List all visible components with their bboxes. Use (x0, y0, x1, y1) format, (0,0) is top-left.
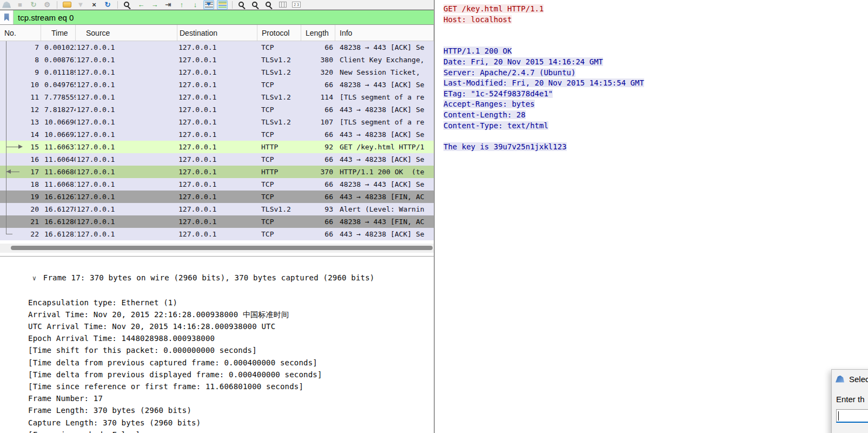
scrollbar-thumb[interactable] (11, 246, 433, 250)
file-open-icon[interactable] (62, 1, 72, 9)
expand-chevron-icon[interactable]: ∨ (32, 272, 43, 284)
packet-row-9[interactable]: 90.011189127.0.0.1127.0.0.1TLSv1.2320New… (0, 66, 434, 78)
frame-detail-row[interactable]: [Time delta from previous displayed fram… (0, 369, 434, 380)
packet-row-22[interactable]: 2216.612810127.0.0.1127.0.0.1TCP66443 → … (0, 228, 434, 240)
frame-detail-row[interactable]: [Time delta from previous captured frame… (0, 357, 434, 369)
column-header-info[interactable]: Info (335, 25, 434, 41)
stream-line-text: Content-Length: 28 (443, 110, 526, 119)
stream-line: Content-Length: 28 (443, 110, 868, 121)
stream-line (443, 131, 868, 142)
packet-row-13[interactable]: 1310.066900127.0.0.1127.0.0.1TLSv1.2107[… (0, 116, 434, 128)
cell-no: 11 (14, 93, 41, 101)
cell-src: 127.0.0.1 (76, 230, 177, 238)
go-forward-icon[interactable]: → (150, 1, 160, 9)
toolbar-separator (232, 1, 233, 9)
column-header-source[interactable]: Source (76, 25, 177, 41)
cell-proto: TLSv1.2 (257, 68, 301, 76)
filter-bookmark-button[interactable] (0, 10, 14, 24)
resize-columns-icon[interactable] (278, 1, 288, 9)
frame-detail-row[interactable]: Encapsulation type: Ethernet (1) (0, 297, 434, 309)
cell-dst: 127.0.0.1 (177, 68, 257, 76)
dialog-title-bar[interactable]: Selec (832, 370, 868, 388)
cell-dst: 127.0.0.1 (177, 118, 257, 126)
cell-len: 66 (301, 81, 335, 89)
follow-stream-panel: GET /key.html HTTP/1.1Host: localhost HT… (436, 0, 868, 433)
column-header-destination[interactable]: Destination (177, 25, 257, 41)
cell-proto: HTTP (257, 168, 301, 176)
stream-line-text: Host: localhost (443, 15, 512, 24)
frame-detail-row[interactable]: [Frame is marked: False] (0, 429, 434, 433)
stream-line-text: Date: Fri, 20 Nov 2015 14:16:24 GMT (443, 57, 603, 66)
cell-proto: TLSv1.2 (257, 118, 301, 126)
stream-line-text: ETag: "1c-524f98378d4e1" (443, 89, 553, 98)
go-last-packet-icon[interactable]: ↓ (190, 1, 200, 9)
cell-time: 0.008761 (41, 56, 76, 64)
packet-row-10[interactable]: 100.049765127.0.0.1127.0.0.1TCP6648238 →… (0, 78, 434, 91)
find-packet-icon[interactable] (123, 1, 132, 9)
request-arrow-icon (6, 147, 19, 147)
dialog-text-input[interactable] (836, 409, 868, 423)
cell-src: 127.0.0.1 (76, 180, 177, 188)
frame-detail-row[interactable]: Frame Length: 370 bytes (2960 bits) (0, 404, 434, 416)
column-header-no[interactable]: No. (0, 25, 41, 41)
arrow-head-icon (18, 145, 23, 149)
packet-row-12[interactable]: 127.818274127.0.0.1127.0.0.1TCP66443 → 4… (0, 103, 434, 116)
frame-detail-row[interactable]: Arrival Time: Nov 20, 2015 22:16:28.0009… (0, 309, 434, 320)
auto-scroll-icon[interactable] (204, 1, 214, 9)
column-header-length[interactable]: Length (301, 25, 335, 41)
stream-line-text: HTTP/1.1 200 OK (443, 47, 512, 55)
cell-no: 21 (14, 218, 41, 226)
cell-time: 7.818274 (41, 106, 76, 114)
packet-row-16[interactable]: 1611.606401127.0.0.1127.0.0.1TCP66443 → … (0, 153, 434, 166)
cell-time: 11.606801 (41, 168, 76, 176)
cell-len: 66 (301, 193, 335, 201)
zoom-out-icon[interactable] (251, 1, 261, 9)
frame-detail-row[interactable]: [Time since reference or first frame: 11… (0, 380, 434, 392)
stream-line-text: The key is 39u7v25n1jxkl123 (443, 142, 567, 151)
go-first-packet-icon[interactable]: ↑ (177, 1, 187, 9)
frame-detail-row[interactable]: UTC Arrival Time: Nov 20, 2015 14:16:28.… (0, 320, 434, 332)
packet-row-14[interactable]: 1410.066922127.0.0.1127.0.0.1TCP66443 → … (0, 128, 434, 141)
packet-row-19[interactable]: 1916.612675127.0.0.1127.0.0.1TCP66443 → … (0, 191, 434, 203)
packet-row-17[interactable]: 1711.606801127.0.0.1127.0.0.1HTTP370HTTP… (0, 166, 434, 178)
packet-row-21[interactable]: 2116.612805127.0.0.1127.0.0.1TCP6648238 … (0, 215, 434, 228)
packet-list-header: No. Time Source Destination Protocol Len… (0, 25, 434, 41)
frame-detail-row[interactable]: Capture Length: 370 bytes (2960 bits) (0, 417, 434, 429)
stream-line: Server: Apache/2.4.7 (Ubuntu) (443, 68, 868, 78)
column-header-protocol[interactable]: Protocol (257, 25, 301, 41)
cell-dst: 127.0.0.1 (177, 93, 257, 101)
frame-detail-row[interactable]: [Time shift for this packet: 0.000000000… (0, 344, 434, 356)
cell-dst: 127.0.0.1 (177, 193, 257, 201)
go-to-packet-icon[interactable]: ⇥ (163, 1, 173, 9)
cell-dst: 127.0.0.1 (177, 218, 257, 226)
frame-detail-row[interactable]: Epoch Arrival Time: 1448028988.000938000 (0, 332, 434, 344)
reload-icon[interactable]: ↻ (103, 1, 112, 9)
cell-len: 114 (301, 93, 335, 101)
zoom-in-icon[interactable] (237, 1, 247, 9)
packet-row-7[interactable]: 70.001023127.0.0.1127.0.0.1TCP6648238 → … (0, 41, 434, 54)
frame-detail-row[interactable]: Frame Number: 17 (0, 392, 434, 404)
packet-row-11[interactable]: 117.778559127.0.0.1127.0.0.1TLSv1.2114[T… (0, 91, 434, 103)
capture-stop-icon: ■ (15, 1, 25, 9)
packet-row-8[interactable]: 80.008761127.0.0.1127.0.0.1TLSv1.2380Cli… (0, 54, 434, 66)
column-header-time[interactable]: Time (41, 25, 76, 41)
cell-time: 0.011189 (41, 68, 76, 76)
horizontal-scrollbar[interactable] (0, 244, 434, 253)
cell-len: 107 (301, 118, 335, 126)
packet-row-15[interactable]: 1511.606378127.0.0.1127.0.0.1HTTP92GET /… (0, 141, 434, 153)
go-back-icon[interactable]: ← (136, 1, 146, 9)
file-close-icon[interactable]: × (89, 1, 99, 9)
packet-row-18[interactable]: 1811.606810127.0.0.1127.0.0.1TCP6648238 … (0, 178, 434, 191)
cell-no: 14 (14, 130, 41, 139)
number-columns-icon[interactable]: 2 3 (291, 1, 301, 9)
frame-summary-row[interactable]: ∨Frame 17: 370 bytes on wire (2960 bits)… (0, 260, 434, 297)
cell-proto: TCP (257, 218, 301, 226)
stream-line: GET /key.html HTTP/1.1 (443, 4, 868, 15)
zoom-original-icon[interactable] (264, 1, 274, 9)
packet-row-20[interactable]: 2016.612785127.0.0.1127.0.0.1TLSv1.293Al… (0, 203, 434, 215)
display-filter-input[interactable] (14, 10, 434, 24)
stream-line-text: Server: Apache/2.4.7 (Ubuntu) (443, 68, 575, 77)
cell-info: 443 → 48238 [ACK] Se (335, 155, 434, 163)
text-caret (838, 411, 839, 421)
colorize-packets-icon[interactable] (217, 1, 227, 9)
